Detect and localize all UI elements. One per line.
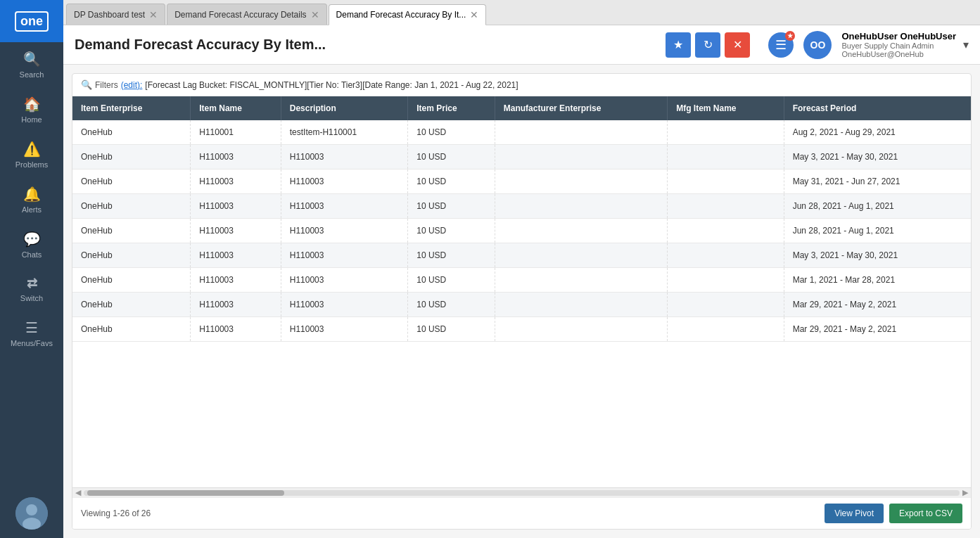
table-cell — [495, 169, 667, 194]
sidebar-item-switch[interactable]: ⇄ Switch — [0, 267, 63, 311]
sidebar-item-problems-label: Problems — [15, 160, 48, 169]
table-row: OneHubH110003H11000310 USDMay 31, 2021 -… — [72, 169, 971, 194]
table-cell: H110003 — [281, 317, 408, 342]
table-cell: 10 USD — [408, 194, 495, 219]
col-item-price: Item Price — [408, 96, 495, 120]
table-cell — [668, 219, 784, 243]
sidebar-item-search-label: Search — [20, 70, 44, 79]
user-avatar-header: OO — [803, 31, 832, 59]
sidebar-item-alerts[interactable]: 🔔 Alerts — [0, 177, 63, 222]
tab-demand-forecast-by-item-label: Demand Forecast Accuracy By It... — [336, 10, 466, 20]
table-row: OneHubH110003H11000310 USDMar 29, 2021 -… — [72, 317, 971, 342]
table-row: OneHubH110003H11000310 USDMar 29, 2021 -… — [72, 293, 971, 317]
sidebar-item-search[interactable]: 🔍 Search — [0, 42, 63, 87]
sidebar-item-menus[interactable]: ☰ Menus/Favs — [0, 311, 63, 356]
table-cell — [495, 243, 667, 268]
sidebar-item-chats[interactable]: 💬 Chats — [0, 222, 63, 267]
table-cell: OneHub — [72, 169, 191, 194]
table-cell: May 3, 2021 - May 30, 2021 — [784, 145, 971, 169]
user-dropdown-button[interactable]: ▾ — [963, 38, 969, 51]
filters-bar: 🔍 Filters (edit): [Forecast Lag Bucket: … — [72, 74, 971, 96]
table-cell: OneHub — [72, 194, 191, 219]
col-item-enterprise: Item Enterprise — [72, 96, 191, 120]
tab-demand-forecast-details-close[interactable]: ✕ — [311, 10, 319, 20]
content-area: 🔍 Filters (edit): [Forecast Lag Bucket: … — [63, 65, 980, 538]
table-row: OneHubH110003H11000310 USDJun 28, 2021 -… — [72, 194, 971, 219]
app-logo[interactable]: one — [0, 0, 63, 42]
table-cell: Mar 29, 2021 - May 2, 2021 — [784, 293, 971, 317]
switch-icon: ⇄ — [27, 276, 37, 291]
table-cell: H110003 — [281, 268, 408, 293]
filter-icon: 🔍 — [81, 79, 92, 90]
table-cell: OneHub — [72, 243, 191, 268]
home-icon: 🏠 — [23, 96, 41, 113]
table-header-row: Item Enterprise Item Name Description It… — [72, 96, 971, 120]
col-forecast-period: Forecast Period — [784, 96, 971, 120]
export-csv-button[interactable]: Export to CSV — [889, 504, 962, 523]
main-area: DP Dashboard test ✕ Demand Forecast Accu… — [63, 0, 980, 538]
sidebar-item-home[interactable]: 🏠 Home — [0, 87, 63, 132]
table-row: OneHubH110003H11000310 USDMay 3, 2021 - … — [72, 145, 971, 169]
table-cell: Jun 28, 2021 - Aug 1, 2021 — [784, 194, 971, 219]
table-cell — [668, 169, 784, 194]
view-pivot-button[interactable]: View Pivot — [825, 504, 884, 523]
table-cell — [668, 268, 784, 293]
table-cell: OneHub — [72, 145, 191, 169]
user-avatar-sidebar[interactable] — [15, 497, 48, 530]
table-cell: OneHub — [72, 219, 191, 243]
table-wrapper[interactable]: Item Enterprise Item Name Description It… — [72, 96, 971, 487]
page-header: Demand Forecast Accuracy By Item... ★ ↻ … — [63, 25, 980, 65]
table-cell — [495, 145, 667, 169]
table-cell: 10 USD — [408, 243, 495, 268]
refresh-button[interactable]: ↻ — [695, 32, 720, 58]
close-page-button[interactable]: ✕ — [725, 32, 750, 58]
tab-dp-dashboard-label: DP Dashboard test — [74, 10, 145, 20]
table-cell: OneHub — [72, 120, 191, 145]
table-cell: 10 USD — [408, 268, 495, 293]
tab-dp-dashboard[interactable]: DP Dashboard test ✕ — [66, 4, 165, 25]
filters-edit-link[interactable]: (edit): — [121, 80, 143, 90]
table-cell: Aug 2, 2021 - Aug 29, 2021 — [784, 120, 971, 145]
tab-demand-forecast-by-item[interactable]: Demand Forecast Accuracy By It... ✕ — [329, 4, 487, 25]
avatar-image — [15, 497, 48, 530]
table-cell: Jun 28, 2021 - Aug 1, 2021 — [784, 219, 971, 243]
tab-demand-forecast-details[interactable]: Demand Forecast Accuracy Details ✕ — [167, 4, 326, 25]
table-cell — [668, 243, 784, 268]
table-cell: 10 USD — [408, 317, 495, 342]
table-cell: H110001 — [191, 120, 281, 145]
horizontal-scrollbar[interactable]: ◀ ▶ — [72, 487, 971, 497]
table-cell — [668, 145, 784, 169]
table-row: OneHubH110003H11000310 USDMay 3, 2021 - … — [72, 243, 971, 268]
table-cell: 10 USD — [408, 169, 495, 194]
table-cell: OneHub — [72, 268, 191, 293]
table-cell: H110003 — [281, 219, 408, 243]
scroll-thumb — [87, 490, 284, 496]
table-cell — [495, 317, 667, 342]
hamburger-menu-button[interactable]: ☰ ★ — [768, 32, 794, 58]
bell-icon: 🔔 — [23, 186, 41, 203]
col-item-name: Item Name — [191, 96, 281, 120]
table-cell: H110003 — [191, 194, 281, 219]
favorite-button[interactable]: ★ — [666, 32, 691, 58]
filters-text: [Forecast Lag Bucket: FISCAL_MONTHLY][Ti… — [145, 80, 518, 90]
table-cell — [668, 120, 784, 145]
col-description: Description — [281, 96, 408, 120]
logo-text: one — [15, 11, 49, 32]
tab-demand-forecast-by-item-close[interactable]: ✕ — [470, 10, 478, 20]
table-cell: OneHub — [72, 317, 191, 342]
sidebar-item-home-label: Home — [21, 115, 42, 124]
table-cell: H110003 — [191, 293, 281, 317]
tab-dp-dashboard-close[interactable]: ✕ — [149, 10, 158, 20]
table-cell: H110003 — [191, 268, 281, 293]
menu-icon: ☰ — [25, 319, 38, 336]
table-row: OneHubH110003H11000310 USDJun 28, 2021 -… — [72, 219, 971, 243]
chat-icon: 💬 — [23, 231, 41, 248]
table-cell: May 3, 2021 - May 30, 2021 — [784, 243, 971, 268]
sidebar-item-problems[interactable]: ⚠️ Problems — [0, 132, 63, 177]
user-initials: OO — [810, 39, 826, 51]
table-cell: 10 USD — [408, 293, 495, 317]
data-panel: 🔍 Filters (edit): [Forecast Lag Bucket: … — [72, 73, 972, 530]
table-row: OneHubH110003H11000310 USDMar 1, 2021 - … — [72, 268, 971, 293]
sidebar-item-switch-label: Switch — [20, 294, 43, 302]
table-cell — [668, 317, 784, 342]
